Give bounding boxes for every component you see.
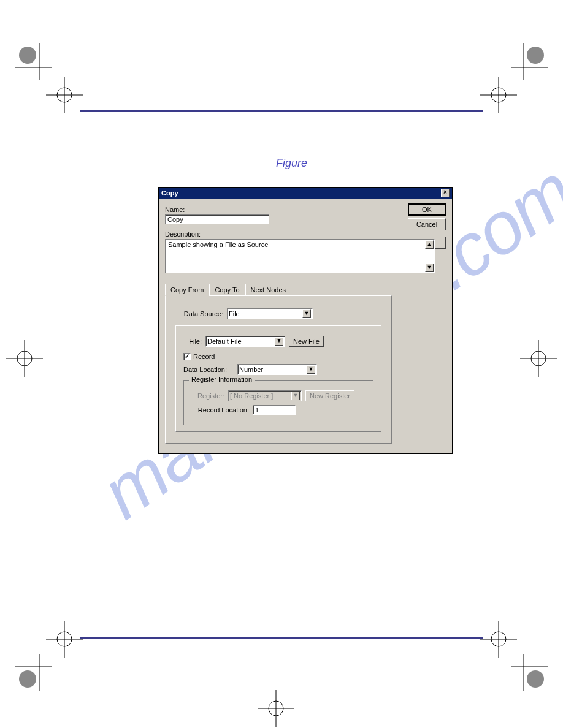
crop-mark-icon xyxy=(15,654,52,691)
divider xyxy=(80,110,483,112)
chevron-down-icon[interactable]: ▼ xyxy=(275,337,283,346)
close-icon[interactable]: × xyxy=(441,189,450,197)
titlebar[interactable]: Copy × xyxy=(159,188,452,199)
tab-copy-from[interactable]: Copy From xyxy=(165,284,209,296)
crop-mark-icon xyxy=(6,340,43,377)
copy-dialog: Copy × OK Cancel Help Name: Copy Descrip… xyxy=(158,187,453,454)
register-info-group: Register Information Register: [ No Regi… xyxy=(183,380,373,425)
register-info-legend: Register Information xyxy=(189,376,255,383)
register-select: [ No Register ] ▼ xyxy=(228,390,302,401)
register-value: [ No Register ] xyxy=(230,392,273,400)
register-label: Register: xyxy=(190,392,224,400)
record-checkbox[interactable]: ✓ xyxy=(183,353,191,360)
record-checkbox-label: Record xyxy=(193,353,215,360)
file-label: File: xyxy=(183,338,202,345)
dialog-title: Copy xyxy=(161,189,178,197)
description-label: Description: xyxy=(165,230,446,238)
svg-point-18 xyxy=(19,670,36,688)
ok-button[interactable]: OK xyxy=(408,203,446,216)
record-location-label: Record Location: xyxy=(190,406,249,414)
data-location-value: Number xyxy=(239,366,263,373)
figure-label: Figure xyxy=(276,157,307,170)
crop-mark-icon xyxy=(15,43,52,80)
crop-mark-icon xyxy=(258,690,294,727)
crop-mark-icon xyxy=(511,654,548,691)
data-location-select[interactable]: Number ▼ xyxy=(237,364,317,375)
data-source-select[interactable]: File ▼ xyxy=(227,308,313,319)
svg-point-27 xyxy=(527,670,544,688)
file-value: Default File xyxy=(207,338,242,345)
tab-copy-to[interactable]: Copy To xyxy=(209,284,245,295)
file-group: File: Default File ▼ New File ✓ Record D… xyxy=(175,325,381,432)
file-select[interactable]: Default File ▼ xyxy=(205,336,285,347)
description-text: Sample showing a File as Source xyxy=(168,241,268,248)
name-label: Name: xyxy=(165,206,446,213)
tab-panel: Data Source: File ▼ File: Default File ▼… xyxy=(165,295,392,444)
svg-point-6 xyxy=(527,47,544,64)
chevron-down-icon[interactable]: ▼ xyxy=(307,365,315,374)
chevron-down-icon[interactable]: ▼ xyxy=(302,309,311,318)
cancel-button[interactable]: Cancel xyxy=(408,218,446,230)
crop-mark-icon xyxy=(511,43,548,80)
record-location-input[interactable]: 1 xyxy=(253,405,296,415)
data-source-label: Data Source: xyxy=(175,310,223,317)
data-source-value: File xyxy=(229,310,240,317)
crop-mark-icon xyxy=(480,621,517,658)
crop-mark-icon xyxy=(46,621,83,658)
scroll-down-icon[interactable]: ▼ xyxy=(425,264,434,272)
chevron-down-icon: ▼ xyxy=(291,392,300,400)
name-input[interactable]: Copy xyxy=(165,214,269,224)
crop-mark-icon xyxy=(46,77,83,113)
new-file-button[interactable]: New File xyxy=(289,336,324,347)
crop-mark-icon xyxy=(520,340,557,377)
divider xyxy=(80,637,483,639)
tab-next-nodes[interactable]: Next Nodes xyxy=(245,284,291,295)
crop-mark-icon xyxy=(480,77,517,113)
new-register-button: New Register xyxy=(305,390,354,401)
description-input[interactable]: Sample showing a File as Source ▲ ▼ xyxy=(165,239,435,273)
data-location-label: Data Location: xyxy=(183,366,234,373)
scroll-up-icon[interactable]: ▲ xyxy=(425,240,434,249)
svg-point-0 xyxy=(19,47,36,64)
